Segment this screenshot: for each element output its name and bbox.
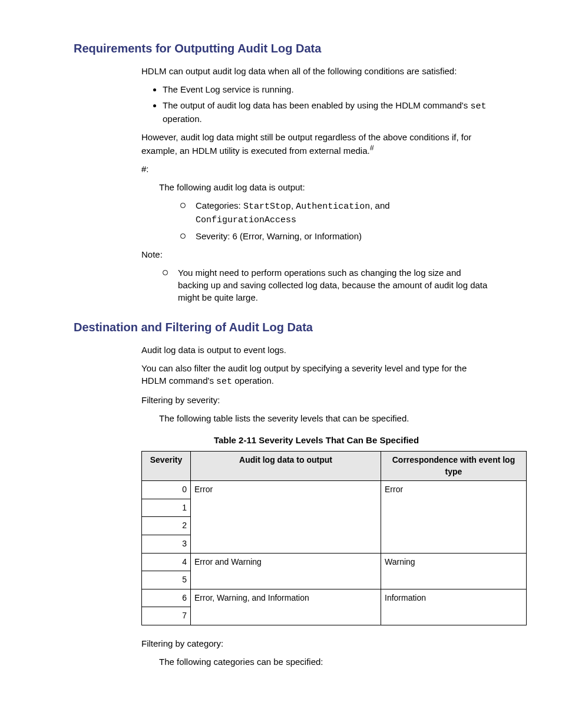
cell-severity: 2: [142, 517, 191, 535]
text: operation.: [232, 375, 274, 386]
text: , and: [370, 200, 389, 210]
table-row: 4 Error and Warning Warning: [142, 553, 527, 571]
hash-intro: The following audit log data is output:: [159, 181, 491, 193]
text: The output of audit log data has been en…: [163, 100, 470, 110]
cell-severity: 4: [142, 553, 191, 571]
hash-list: Categories: StartStop, Authentication, a…: [159, 199, 491, 242]
severity-table: Severity Audit log data to output Corres…: [141, 451, 527, 625]
text: ,: [291, 200, 296, 210]
table-header-row: Severity Audit log data to output Corres…: [142, 452, 527, 481]
section-heading-destination: Destination and Filtering of Audit Log D…: [74, 319, 521, 335]
table-caption: Table 2-11 Severity Levels That Can Be S…: [141, 434, 491, 446]
col-output: Audit log data to output: [191, 452, 381, 481]
list-item: The output of audit log data has been en…: [163, 99, 491, 125]
cell-output: Error and Warning: [191, 553, 381, 589]
cell-output: Error, Warning, and Information: [191, 589, 381, 625]
cell-correspondence: Error: [381, 481, 527, 553]
table-row: 0 Error Error: [142, 481, 527, 499]
cell-severity: 6: [142, 589, 191, 607]
text: You can also filter the audit log output…: [141, 363, 467, 386]
cell-output: Error: [191, 481, 381, 553]
list-item: You might need to perform operations suc…: [163, 266, 491, 304]
cell-severity: 7: [142, 607, 191, 625]
cell-correspondence: Warning: [381, 553, 527, 589]
col-severity: Severity: [142, 452, 191, 481]
severity-filter-intro: The following table lists the severity l…: [159, 412, 491, 424]
hash-label: #:: [141, 163, 491, 175]
severity-filter-label: Filtering by severity:: [141, 394, 491, 406]
however-paragraph: However, audit log data might still be o…: [141, 131, 491, 157]
cell-severity: 5: [142, 571, 191, 589]
category-filter-intro: The following categories can be specifie…: [159, 655, 491, 668]
col-correspondence: Correspondence with event log type: [381, 452, 527, 481]
paragraph: Audit log data is output to event logs.: [141, 344, 491, 356]
text: operation.: [163, 114, 202, 124]
intro-paragraph: HDLM can output audit log data when all …: [141, 65, 491, 77]
list-item: Severity: 6 (Error, Warning, or Informat…: [180, 230, 491, 242]
paragraph: You can also filter the audit log output…: [141, 362, 491, 388]
cell-correspondence: Information: [381, 589, 527, 625]
code-set: set: [470, 101, 486, 111]
code-set: set: [216, 377, 232, 387]
text: However, audit log data might still be o…: [141, 132, 471, 156]
code-authentication: Authentication: [296, 202, 370, 212]
cell-severity: 0: [142, 481, 191, 499]
category-filter-label: Filtering by category:: [141, 637, 491, 650]
note-list: You might need to perform operations suc…: [141, 266, 491, 304]
code-startstop: StartStop: [243, 202, 291, 212]
table-row: 6 Error, Warning, and Information Inform…: [142, 589, 527, 607]
code-configurationaccess: ConfigurationAccess: [196, 215, 296, 225]
hash-superscript: #: [370, 144, 374, 152]
conditions-list: The Event Log service is running. The ou…: [141, 83, 491, 125]
note-label: Note:: [141, 248, 491, 261]
list-item: Categories: StartStop, Authentication, a…: [180, 199, 491, 226]
text: Categories:: [196, 200, 243, 210]
cell-severity: 1: [142, 499, 191, 517]
section-heading-requirements: Requirements for Outputting Audit Log Da…: [74, 40, 521, 57]
list-item: The Event Log service is running.: [163, 83, 491, 95]
cell-severity: 3: [142, 535, 191, 553]
